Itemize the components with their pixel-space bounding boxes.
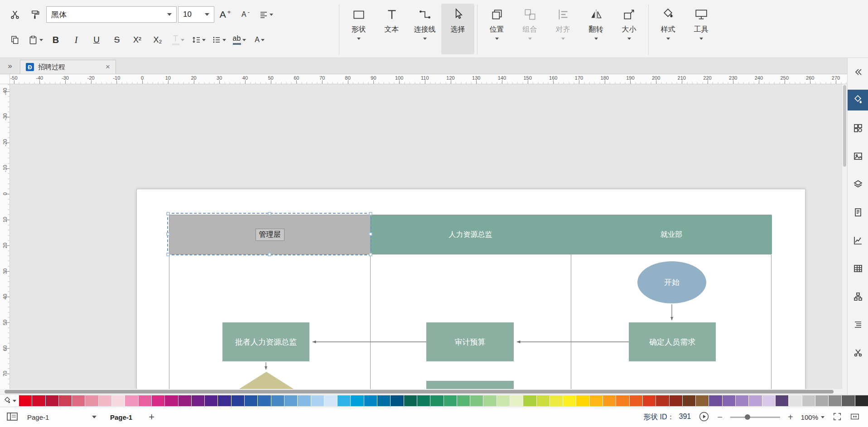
connector-button[interactable]: 连接线 [408,4,441,54]
quick-style-button[interactable] [0,395,19,407]
color-swatch[interactable] [139,395,151,406]
bold-button[interactable]: B [46,30,65,49]
color-swatch[interactable] [231,395,244,406]
copy-button[interactable] [5,30,24,49]
zoom-level-dropdown[interactable]: 100% [801,413,825,421]
color-swatch[interactable] [285,395,297,406]
notes-panel-icon[interactable] [848,202,868,223]
color-swatch[interactable] [417,395,430,406]
color-swatch[interactable] [112,395,125,406]
vertical-scrollbar[interactable] [842,84,847,389]
zoom-slider[interactable] [730,414,780,420]
color-swatch[interactable] [125,395,138,406]
color-swatch[interactable] [457,395,470,406]
color-swatch[interactable] [683,395,695,406]
color-swatch[interactable] [178,395,191,406]
tab-overflow-button[interactable]: » [0,62,20,74]
document-tab[interactable]: Đ 招聘过程 × [20,60,116,74]
audit-budget-shape[interactable]: 审计预算 [426,322,514,361]
chart-panel-icon[interactable] [848,230,868,251]
increase-font-button[interactable]: A+ [216,5,235,24]
color-swatch[interactable] [338,395,350,406]
lane-header-employment[interactable]: 就业部 [571,215,772,254]
color-swatch[interactable] [563,395,576,406]
font-color-button[interactable]: T [169,30,188,49]
color-swatch[interactable] [550,395,563,406]
lane-title-selected[interactable]: 管理层 [256,229,285,241]
superscript-button[interactable]: X² [128,30,147,49]
lane-header-management[interactable]: 管理层 [169,215,370,254]
font-family-select[interactable]: 黑体 [46,6,177,23]
size-button[interactable]: 大小 [612,4,646,54]
page-select-dropdown[interactable]: Page-1 [24,412,99,423]
color-swatch[interactable] [324,395,337,406]
font-size-select[interactable]: 10 [178,6,214,23]
color-swatch[interactable] [311,395,324,406]
color-swatch[interactable] [815,395,828,406]
color-swatch[interactable] [510,395,523,406]
color-swatch[interactable] [258,395,270,406]
color-swatch[interactable] [842,395,854,406]
close-tab-icon[interactable]: × [106,62,110,72]
cut-button[interactable] [5,5,24,24]
pages-panel-icon[interactable] [6,412,18,423]
color-swatch[interactable] [152,395,164,406]
fullscreen-icon[interactable] [832,412,842,423]
color-swatch[interactable] [789,395,801,406]
color-swatch[interactable] [470,395,483,406]
bullet-list-button[interactable] [209,30,228,49]
color-swatch[interactable] [643,395,656,406]
color-swatch[interactable] [444,395,457,406]
color-swatch[interactable] [404,395,417,406]
subscript-button[interactable]: X₂ [148,30,167,49]
table-panel-icon[interactable] [848,258,868,279]
drawing-canvas[interactable]: 管理层 人力资源总监 就业部 [10,84,842,389]
color-swatch[interactable] [85,395,98,406]
color-swatch[interactable] [776,395,788,406]
color-swatch[interactable] [829,395,841,406]
color-swatch[interactable] [762,395,775,406]
image-panel-icon[interactable] [848,146,868,167]
text-highlight-button[interactable]: ab [230,30,249,49]
color-swatch[interactable] [32,395,45,406]
color-swatch[interactable] [736,395,748,406]
shape-button[interactable]: 形状 [342,4,375,54]
color-swatch[interactable] [497,395,510,406]
color-swatch[interactable] [670,395,682,406]
color-swatch[interactable] [696,395,709,406]
group-button[interactable]: 组合 [513,4,546,54]
outline-panel-icon[interactable] [848,314,868,335]
color-swatch[interactable] [723,395,735,406]
color-swatch[interactable] [709,395,722,406]
paste-button[interactable] [26,30,45,49]
color-swatch[interactable] [377,395,390,406]
tools-button[interactable]: 工具 [685,4,718,54]
color-swatch[interactable] [537,395,550,406]
color-swatch[interactable] [523,395,536,406]
color-swatch[interactable] [630,395,642,406]
zoom-out-button[interactable]: − [717,412,723,422]
flip-button[interactable]: 翻转 [579,4,612,54]
color-swatch[interactable] [46,395,58,406]
align-button[interactable]: 对齐 [546,4,579,54]
color-swatch[interactable] [483,395,496,406]
page-tab[interactable]: Page-1 [106,413,137,421]
format-painter-button[interactable] [26,5,45,24]
color-swatch[interactable] [298,395,310,406]
approver-shape[interactable]: 批者人力资源总监 [222,322,309,361]
color-swatch[interactable] [245,395,257,406]
decrease-font-button[interactable]: A- [236,5,255,24]
strikethrough-button[interactable]: S [107,30,126,49]
color-swatch[interactable] [603,395,616,406]
vertical-scrollbar-thumb[interactable] [843,85,846,167]
start-shape[interactable]: 开始 [637,261,706,303]
style-panel-icon[interactable] [848,90,868,110]
lane-header-hr-director[interactable]: 人力资源总监 [370,215,571,254]
color-swatch[interactable] [192,395,204,406]
color-swatch[interactable] [205,395,217,406]
color-swatch[interactable] [391,395,403,406]
color-swatch[interactable] [72,395,85,406]
determine-needs-shape[interactable]: 确定人员需求 [629,322,716,361]
color-swatch[interactable] [59,395,72,406]
color-swatch[interactable] [218,395,231,406]
